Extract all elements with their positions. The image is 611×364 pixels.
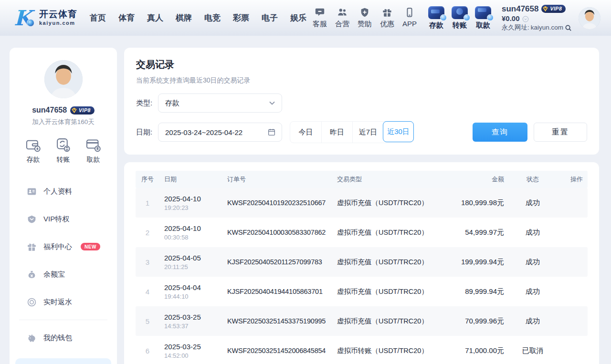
row-transaction-type: 虚拟币充值（USDT/TRC20） — [332, 258, 447, 267]
withdraw-shortcut[interactable]: 取款 — [475, 6, 491, 30]
wallet-shortcuts: 存款 转账 取款 — [428, 6, 491, 30]
row-date: 2025-04-10 — [164, 195, 218, 203]
sidebar-item-welfare[interactable]: 福利中心 NEW — [10, 233, 117, 260]
wallet-outline-icon — [25, 137, 41, 153]
header-amount: 金额 — [447, 175, 509, 184]
row-time: 14:52:00 — [164, 352, 218, 359]
topbar: K 开云体育 kaiyun.com 首页 体育 真人 棋牌 电竞 彩票 电子 娱… — [0, 0, 611, 36]
table-row[interactable]: 1 2025-04-10 19:20:23 KWSF20250410192023… — [136, 188, 588, 218]
row-amount: 54,999.97元 — [447, 228, 509, 237]
row-status: 成功 — [509, 317, 557, 326]
profile-avatar[interactable] — [44, 60, 83, 98]
deposit-shortcut[interactable]: 存款 — [428, 6, 444, 30]
type-select[interactable]: 存款 — [158, 94, 282, 113]
nav-item[interactable]: 真人 — [147, 12, 163, 23]
balance-refresh-icon[interactable] — [522, 16, 529, 22]
row-datetime: 2025-03-25 14:53:37 — [159, 313, 222, 330]
perma-url[interactable]: kaiyun.com — [531, 24, 563, 32]
date-range-presets: 今日 昨日 近7日 近30日 — [290, 121, 414, 143]
nav-item[interactable]: 首页 — [90, 12, 106, 23]
nav-item[interactable]: 电竞 — [204, 12, 221, 23]
row-status: 成功 — [509, 287, 557, 296]
row-index: 5 — [136, 317, 159, 325]
sidebar-item-transactions[interactable]: 交易记录 — [15, 358, 111, 364]
nav-item[interactable]: 电子 — [262, 12, 278, 23]
row-status: 成功 — [509, 228, 557, 237]
date-range-value: 2025-03-24~2025-04-22 — [165, 128, 267, 136]
row-amount: 70,999.96元 — [447, 317, 509, 326]
joined-days-text: 加入开云体育第160天 — [10, 118, 117, 126]
search-button[interactable]: 查询 — [473, 123, 527, 142]
nav-item[interactable]: 体育 — [118, 12, 135, 23]
row-index: 2 — [136, 229, 159, 237]
customer-service-link[interactable]: 客服 — [313, 7, 327, 29]
table-row[interactable]: 2 2025-04-10 00:30:58 KWSF20250410003058… — [136, 218, 588, 247]
shield-plus-icon — [359, 7, 370, 18]
header-status: 状态 — [509, 175, 557, 184]
promotions-link[interactable]: 优惠 — [380, 7, 394, 29]
range-30days-button[interactable]: 近30日 — [383, 121, 414, 142]
brand-logo[interactable]: K 开云体育 kaiyun.com — [11, 6, 77, 31]
row-order-number: KWSF202503251452006845854 — [222, 347, 332, 354]
table-row[interactable]: 4 2025-04-04 19:44:10 KJSF20250404194410… — [136, 277, 588, 306]
smartphone-icon — [404, 7, 415, 18]
page-title: 交易记录 — [136, 58, 587, 71]
user-info: sun47658 VIP8 ¥0.00 永久网址: kaiyun.com — [502, 4, 572, 32]
nav-item[interactable]: 彩票 — [233, 12, 249, 23]
quick-links: 客服 合营 赞助 优惠 APP — [313, 7, 417, 29]
sidebar-quick-actions: 存款 转账 取款 — [10, 137, 117, 164]
sidebar-item-profile[interactable]: 个人资料 — [10, 177, 117, 205]
brand-domain: kaiyun.com — [39, 21, 77, 26]
search-icon[interactable] — [565, 24, 572, 31]
type-label: 类型: — [136, 99, 158, 108]
transfer-shortcut[interactable]: 转账 — [452, 6, 468, 30]
table-header: 序号 日期 订单号 交易类型 金额 状态 操作 — [136, 171, 588, 188]
deposit-icon — [428, 6, 444, 19]
sidebar-deposit-action[interactable]: 存款 — [25, 137, 41, 164]
date-label: 日期: — [136, 128, 158, 137]
range-yesterday-button[interactable]: 昨日 — [321, 122, 352, 143]
table-row[interactable]: 5 2025-03-25 14:53:37 KWSF20250325145337… — [136, 306, 588, 336]
range-today-button[interactable]: 今日 — [290, 122, 321, 143]
header-order: 订单号 — [222, 175, 332, 184]
row-order-number: KWSF202504101920232510667 — [222, 199, 332, 207]
calendar-icon — [267, 128, 276, 136]
type-select-value: 存款 — [165, 99, 268, 108]
table-row[interactable]: 6 2025-03-25 14:52:00 KWSF20250325145200… — [136, 336, 588, 364]
sidebar-item-my-wallet[interactable]: 我的钱包 — [10, 324, 117, 352]
partnership-link[interactable]: 合营 — [335, 7, 349, 29]
range-7days-button[interactable]: 近7日 — [352, 122, 383, 143]
row-datetime: 2025-04-04 19:44:10 — [159, 283, 222, 300]
card-outline-icon — [85, 137, 101, 153]
row-index: 3 — [136, 258, 159, 266]
gift-icon — [27, 242, 37, 252]
money-bag-icon — [27, 270, 37, 280]
row-index: 4 — [136, 288, 159, 296]
id-card-icon — [27, 187, 37, 197]
chevron-down-icon — [268, 99, 276, 107]
sidebar-item-vip[interactable]: VIP特权 — [10, 205, 117, 233]
table-body: 1 2025-04-10 19:20:23 KWSF20250410192023… — [136, 188, 588, 364]
user-avatar[interactable] — [579, 7, 600, 29]
reset-button[interactable]: 重置 — [534, 123, 587, 142]
row-transaction-type: 虚拟币充值（USDT/TRC20） — [332, 287, 447, 296]
date-range-input[interactable]: 2025-03-24~2025-04-22 — [158, 123, 282, 142]
row-order-number: KWSF202503251453375190995 — [222, 317, 332, 325]
balance-amount: ¥0.00 — [502, 14, 520, 23]
profile-username: sun47658 — [32, 106, 67, 114]
sidebar-item-rebate[interactable]: 实时返水 — [10, 288, 117, 316]
profile-vip-badge: VIP8 — [70, 106, 95, 114]
sidebar-transfer-action[interactable]: 转账 — [55, 137, 71, 164]
filter-actions: 查询 重置 — [473, 123, 587, 142]
sidebar-item-yuebao[interactable]: 余额宝 — [10, 260, 117, 288]
sponsor-link[interactable]: 赞助 — [358, 7, 372, 29]
app-download-link[interactable]: APP — [402, 7, 417, 29]
row-index: 1 — [136, 199, 159, 207]
main-nav: 首页 体育 真人 棋牌 电竞 彩票 电子 娱乐 — [90, 12, 306, 23]
nav-item[interactable]: 娱乐 — [290, 12, 306, 23]
row-datetime: 2025-03-25 14:52:00 — [159, 343, 222, 359]
table-row[interactable]: 3 2025-04-05 20:11:25 KJSF20250405201125… — [136, 247, 588, 277]
nav-item[interactable]: 棋牌 — [176, 12, 192, 23]
sidebar-withdraw-action[interactable]: 取款 — [85, 137, 101, 164]
sidebar-menu: 个人资料 VIP特权 福利中心 NEW 余额宝 实时返水 — [10, 177, 117, 364]
